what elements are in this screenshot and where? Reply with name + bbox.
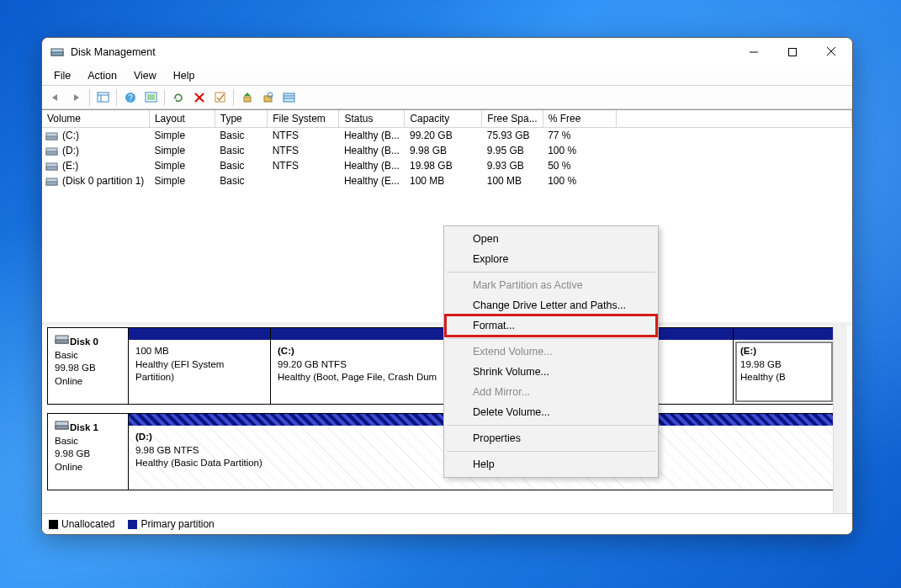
svg-rect-1 (51, 52, 63, 56)
disk-header[interactable]: Disk 1Basic9.98 GBOnline (48, 414, 129, 490)
disk-header[interactable]: Disk 0Basic99.98 GBOnline (48, 328, 129, 404)
svg-rect-16 (244, 97, 251, 102)
volume-table: VolumeLayoutTypeFile SystemStatusCapacit… (42, 110, 852, 188)
menu-file[interactable]: File (45, 67, 79, 84)
partition[interactable]: 100 MBHealthy (EFI System Partition) (129, 328, 271, 404)
back-button[interactable] (45, 88, 65, 107)
show-hide-button[interactable] (93, 88, 113, 107)
svg-rect-31 (56, 340, 68, 343)
volume-row[interactable]: (C:)SimpleBasicNTFSHealthy (B...99.20 GB… (42, 128, 852, 144)
ctx-delete[interactable]: Delete Volume... (446, 402, 656, 422)
svg-rect-19 (284, 93, 294, 102)
partition-body: (E:)19.98 GBHealthy (B (734, 340, 835, 404)
ctx-format[interactable]: Format... (446, 315, 656, 336)
legend: Unallocated Primary partition (42, 513, 852, 534)
partition-body: 100 MBHealthy (EFI System Partition) (129, 340, 270, 404)
partition-band (734, 328, 835, 340)
volume-icon (45, 131, 59, 141)
ctx-extend: Extend Volume... (446, 342, 656, 362)
svg-rect-25 (46, 151, 57, 155)
svg-rect-33 (56, 426, 68, 429)
legend-unallocated: Unallocated (49, 518, 114, 530)
svg-rect-3 (789, 48, 797, 56)
column-header[interactable]: Type (215, 110, 267, 128)
ctx-shrink[interactable]: Shrink Volume... (446, 362, 656, 382)
svg-text:?: ? (128, 93, 133, 103)
list-button[interactable] (279, 88, 299, 107)
scrollbar[interactable] (833, 326, 847, 513)
column-header[interactable]: Free Spa... (482, 110, 543, 128)
volume-row[interactable]: (E:)SimpleBasicNTFSHealthy (B...19.98 GB… (42, 158, 852, 173)
search-button[interactable] (258, 88, 278, 107)
menu-action[interactable]: Action (79, 67, 125, 84)
column-header[interactable]: Capacity (405, 110, 482, 128)
disk-icon (55, 419, 70, 431)
column-header[interactable]: Status (339, 110, 405, 128)
ctx-explore[interactable]: Explore (446, 249, 656, 269)
minimize-button[interactable] (734, 40, 773, 65)
ctx-help[interactable]: Help (446, 454, 656, 474)
help-button[interactable]: ? (120, 88, 140, 107)
settings-button[interactable] (141, 88, 161, 107)
svg-rect-6 (98, 93, 109, 102)
window-title: Disk Management (71, 46, 734, 58)
volume-row[interactable]: (Disk 0 partition 1)SimpleBasicHealthy (… (42, 173, 852, 188)
titlebar: Disk Management (42, 38, 852, 66)
app-icon (50, 45, 64, 59)
volume-icon (45, 162, 59, 172)
volume-icon (45, 177, 59, 187)
forward-button[interactable] (66, 88, 86, 107)
check-button[interactable] (210, 88, 230, 107)
ctx-change-letter[interactable]: Change Drive Letter and Paths... (446, 295, 656, 315)
up-button[interactable] (237, 88, 257, 107)
partition-band (129, 328, 270, 340)
svg-rect-23 (46, 136, 57, 140)
svg-rect-12 (147, 94, 155, 100)
ctx-add-mirror: Add Mirror... (446, 382, 656, 402)
refresh-button[interactable] (168, 88, 188, 107)
maximize-button[interactable] (773, 40, 812, 65)
ctx-open[interactable]: Open (446, 229, 656, 249)
close-button[interactable] (812, 40, 851, 65)
volume-icon (45, 146, 59, 156)
disk-icon (55, 333, 70, 345)
column-header[interactable]: Volume (42, 110, 149, 128)
ctx-properties[interactable]: Properties (446, 428, 656, 448)
svg-rect-27 (46, 167, 57, 170)
ctx-mark-active: Mark Partition as Active (446, 275, 656, 295)
legend-primary: Primary partition (128, 518, 214, 530)
context-menu: Open Explore Mark Partition as Active Ch… (443, 225, 659, 478)
menubar: File Action View Help (42, 66, 852, 86)
column-header[interactable]: Layout (149, 110, 215, 128)
toolbar: ? (42, 86, 852, 109)
partition[interactable]: (E:)19.98 GBHealthy (B (734, 328, 835, 404)
svg-rect-29 (46, 182, 57, 185)
menu-help[interactable]: Help (165, 67, 204, 84)
column-header[interactable]: File System (268, 110, 339, 128)
delete-button[interactable] (189, 88, 209, 107)
volume-row[interactable]: (D:)SimpleBasicNTFSHealthy (B...9.98 GB9… (42, 143, 852, 158)
column-header[interactable]: % Free (543, 110, 616, 128)
menu-view[interactable]: View (125, 67, 165, 84)
